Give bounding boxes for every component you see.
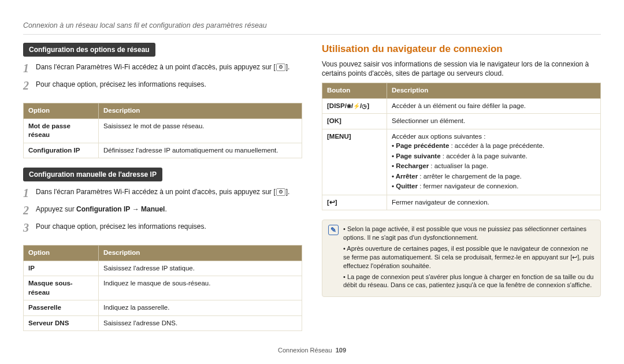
list-item: Arrêter : arrêter le chargement de la pa… (392, 172, 596, 182)
col-description: Description (387, 83, 601, 99)
table-ip-options: Option Description IPSaisissez l'adresse… (23, 245, 302, 331)
list-item: Page précédente : accéder à la page préc… (392, 141, 596, 151)
s1-step1: 1 Dans l'écran Paramètres Wi-Fi accédez … (23, 62, 302, 76)
table-buttons: Bouton Description [DISP/❀/⚡/◷] Accéder … (322, 83, 601, 210)
s1-step2-text: Pour chaque option, précisez les informa… (36, 80, 302, 89)
gear-icon: ⚙ (276, 64, 285, 71)
table-row: Serveur DNSSaisissez l'adresse DNS. (24, 315, 302, 331)
col-button: Bouton (322, 83, 387, 99)
table-row: Mot de passe réseau Saisissez le mot de … (24, 118, 302, 143)
macro-icon: ❀ (347, 102, 351, 110)
table-row: Masque sous-réseauIndiquez le masque de … (24, 276, 302, 300)
s2-step3-text: Pour chaque option, précisez les informa… (36, 222, 302, 231)
table-row: Configuration IP Définissez l'adresse IP… (24, 143, 302, 158)
step-number: 3 (23, 220, 36, 236)
step-number: 2 (23, 203, 36, 218)
table-row: [DISP/❀/⚡/◷] Accéder à un élément ou fai… (322, 98, 601, 114)
back-button-icon: [↩] (322, 195, 387, 210)
page-footer: Connexion Réseau 109 (23, 346, 601, 355)
col-option: Option (24, 246, 99, 261)
flash-icon: ⚡ (353, 102, 360, 110)
disp-button-icon: [DISP/❀/⚡/◷] (322, 98, 387, 114)
s2-step1: 1 Dans l'écran Paramètres Wi-Fi accédez … (23, 187, 302, 201)
col-option: Option (24, 103, 99, 119)
list-item: Selon la page activée, il est possible q… (343, 225, 595, 242)
s2-step2: 2 Appuyez sur Configuration IP → Manuel. (23, 205, 302, 218)
breadcrumb: Connexion à un réseau local sans fil et … (23, 21, 601, 35)
col-description: Description (99, 246, 302, 261)
col-description: Description (99, 103, 302, 119)
list-item: Recharger : actualiser la page. (392, 161, 596, 172)
table-row: [OK] Sélectionner un élément. (322, 114, 601, 129)
login-browser-intro: Vous pouvez saisir vos informations de s… (322, 60, 601, 78)
list-item: Page suivante : accéder à la page suivan… (392, 151, 596, 162)
table-row: [↩] Fermer navigateur de connexion. (322, 195, 601, 210)
info-box: ✎ Selon la page activée, il est possible… (322, 220, 601, 297)
section-network-options-title: Configuration des options de réseau (23, 43, 155, 57)
table-network-options: Option Description Mot de passe réseau S… (23, 103, 302, 158)
section-manual-ip-title: Configuration manuelle de l'adresse IP (23, 168, 162, 181)
step-number: 2 (23, 78, 36, 94)
list-item: La page de connexion peut s'avérer plus … (343, 273, 595, 290)
s1-step2: 2 Pour chaque option, précisez les infor… (23, 80, 302, 94)
timer-icon: ◷ (362, 102, 367, 110)
left-column: Configuration des options de réseau 1 Da… (23, 43, 302, 341)
table-row: IPSaisissez l'adresse IP statique. (24, 261, 302, 276)
s2-step3: 3 Pour chaque option, précisez les infor… (23, 222, 302, 236)
info-icon: ✎ (328, 225, 339, 235)
table-row: [MENU] Accéder aux options suivantes : P… (322, 129, 601, 195)
menu-button-icon: [MENU] (322, 129, 387, 195)
step-number: 1 (23, 61, 36, 76)
table-row: PasserelleIndiquez la passerelle. (24, 300, 302, 316)
s1-step1-text: Dans l'écran Paramètres Wi-Fi accédez à … (36, 63, 272, 71)
page-number: 109 (336, 347, 346, 354)
menu-options-list: Page précédente : accéder à la page préc… (392, 141, 596, 192)
list-item: Quitter : fermer navigateur de connexion… (392, 181, 596, 192)
info-list: Selon la page activée, il est possible q… (343, 225, 595, 292)
gear-icon: ⚙ (276, 188, 285, 196)
heading-login-browser: Utilisation du navigateur de connexion (322, 43, 601, 56)
s2-step1-text: Dans l'écran Paramètres Wi-Fi accédez à … (36, 188, 272, 196)
step-number: 1 (23, 185, 36, 201)
ok-button-icon: [OK] (322, 114, 387, 129)
right-column: Utilisation du navigateur de connexion V… (322, 43, 601, 341)
list-item: Après ouverture de certaines pages, il e… (343, 244, 595, 270)
